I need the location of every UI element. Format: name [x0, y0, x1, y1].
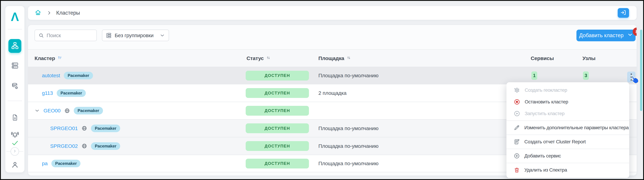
cluster-cell: autotest Pacemaker	[42, 67, 93, 84]
menu-item-edit[interactable]: Изменить дополнительные параметры класте…	[506, 122, 629, 133]
home-icon	[34, 9, 42, 17]
status-check-icon	[5, 139, 24, 147]
database-gear-icon	[11, 82, 19, 91]
cluster-cell: SPRGEO02 Pacemaker	[50, 137, 120, 155]
bell-ringing-icon	[11, 131, 19, 140]
status-badge: ДОСТУПЕН	[246, 159, 309, 168]
cluster-link[interactable]: SPRGEO01	[50, 125, 78, 131]
menu-item-label: Остановить кластер	[525, 99, 568, 105]
menu-item-report[interactable]: Создать отчет Cluster Report	[506, 136, 629, 148]
search-box	[34, 30, 97, 41]
status-badge: ДОСТУПЕН	[246, 88, 309, 98]
home-breadcrumb-link[interactable]	[34, 9, 42, 17]
edit-icon	[514, 125, 520, 131]
add-service-icon	[514, 153, 520, 159]
sidebar-item-alerts[interactable]	[5, 131, 24, 140]
cluster-link[interactable]: autotest	[42, 73, 60, 78]
page-scrollbar-thumb[interactable]	[640, 30, 642, 111]
cluster-cell: SPRGEO01 Pacemaker	[50, 120, 120, 137]
column-label: Статус	[246, 55, 264, 61]
stop-cluster-icon	[514, 99, 520, 105]
menu-item-geocluster: Создать геокластер	[506, 84, 629, 96]
search-input[interactable]	[46, 33, 90, 38]
menu-item-trash[interactable]: Удалить из Спектра	[506, 164, 629, 176]
site-label: Площадка по-умолчанию	[318, 160, 378, 166]
sidebar: Λ	[5, 6, 24, 172]
grouping-icon	[106, 32, 112, 39]
breadcrumb-bar: Кластеры	[28, 6, 636, 20]
chevron-down-icon	[627, 32, 633, 39]
column-header-nodes: Узлы	[582, 50, 596, 67]
clusters-icon	[11, 42, 19, 50]
cluster-link[interactable]: pa	[42, 160, 48, 166]
app-logo: Λ	[5, 11, 24, 23]
menu-divider	[506, 149, 629, 149]
chevron-right-icon	[46, 10, 52, 16]
sort-both-icon[interactable]	[266, 55, 270, 61]
status-badge: ДОСТУПЕН	[246, 141, 309, 151]
search-icon	[38, 33, 44, 38]
start-cluster-icon	[514, 110, 520, 117]
geocluster-globe-icon	[64, 108, 70, 114]
geocluster-globe-icon	[82, 125, 87, 131]
status-cell: ДОСТУПЕН	[246, 137, 309, 155]
cluster-cell: pa Pacemaker	[42, 155, 80, 172]
sidebar-item-profile[interactable]	[5, 160, 24, 170]
menu-item-add-service[interactable]: Добавить сервис	[506, 150, 629, 162]
logout-button[interactable]	[618, 8, 629, 18]
column-header-services: Сервисы	[531, 50, 554, 67]
services-count-badge[interactable]: 1	[532, 71, 537, 80]
sidebar-item-database-settings[interactable]	[5, 82, 24, 91]
column-header-site[interactable]: Площадка	[318, 50, 351, 67]
chevron-right-icon	[12, 149, 17, 154]
sidebar-item-clusters[interactable]	[8, 39, 21, 53]
sort-ascending-icon[interactable]	[58, 55, 62, 61]
pacemaker-badge: Pacemaker	[57, 89, 86, 97]
cluster-link[interactable]: SPRGEO02	[50, 143, 78, 149]
geocluster-icon	[514, 87, 520, 93]
menu-item-label: Удалить из Спектра	[524, 167, 567, 173]
table-header-row: Кластер Статус Площадка	[28, 49, 636, 67]
column-label: Кластер	[34, 55, 55, 61]
site-cell: Площадка по-умолчанию	[318, 67, 378, 84]
column-header-cluster[interactable]: Кластер	[34, 50, 62, 67]
menu-item-stop-cluster[interactable]: Остановить кластер	[506, 96, 629, 108]
chevron-down-icon	[160, 33, 165, 38]
cluster-link[interactable]: g113	[42, 90, 53, 96]
nodes-cell: 3	[583, 67, 589, 84]
cluster-link[interactable]: GEO00	[44, 108, 60, 114]
cluster-cell: g113 Pacemaker	[42, 84, 86, 102]
site-cell: Площадка по-умолчанию	[318, 120, 378, 137]
pacemaker-badge: Pacemaker	[64, 72, 93, 79]
sidebar-divider	[8, 29, 22, 30]
sidebar-item-documents[interactable]	[5, 113, 24, 123]
sort-both-icon[interactable]	[346, 55, 351, 61]
menu-item-label: Запустить кластер	[525, 111, 564, 116]
grouping-select[interactable]: Без группировки	[102, 30, 169, 41]
column-header-status[interactable]: Статус	[246, 50, 270, 67]
sidebar-collapse-toggle[interactable]	[10, 147, 19, 156]
site-cell: Площадка по-умолчанию	[318, 155, 378, 172]
status-cell: ДОСТУПЕН	[246, 155, 309, 172]
nodes-count-badge[interactable]: 3	[583, 71, 589, 80]
sidebar-divider	[8, 101, 22, 101]
mouse-cursor-hand-icon	[629, 75, 639, 85]
login-arrow-icon	[620, 10, 626, 16]
column-label: Площадка	[318, 55, 344, 61]
site-cell: 2 площадка	[318, 84, 346, 102]
pacemaker-badge: Pacemaker	[91, 142, 120, 150]
site-label: Площадка по-умолчанию	[318, 143, 378, 149]
expand-chevron-icon[interactable]	[34, 108, 40, 113]
servers-icon	[11, 62, 19, 70]
sidebar-item-servers[interactable]	[5, 61, 24, 71]
table-row[interactable]: autotest Pacemaker ДОСТУПЕН Площадка по-…	[28, 67, 636, 84]
site-cell: Площадка по-умолчанию	[318, 137, 378, 155]
site-label: Площадка по-умолчанию	[318, 73, 378, 78]
pacemaker-badge: Pacemaker	[52, 160, 80, 167]
add-cluster-button[interactable]: Добавить кластер	[576, 30, 636, 41]
status-badge: ДОСТУПЕН	[246, 106, 309, 116]
menu-item-label: Изменить дополнительные параметры класте…	[524, 125, 629, 130]
add-cluster-label: Добавить кластер	[579, 32, 624, 39]
breadcrumb-page-label: Кластеры	[56, 10, 80, 16]
pacemaker-badge: Pacemaker	[74, 107, 103, 114]
